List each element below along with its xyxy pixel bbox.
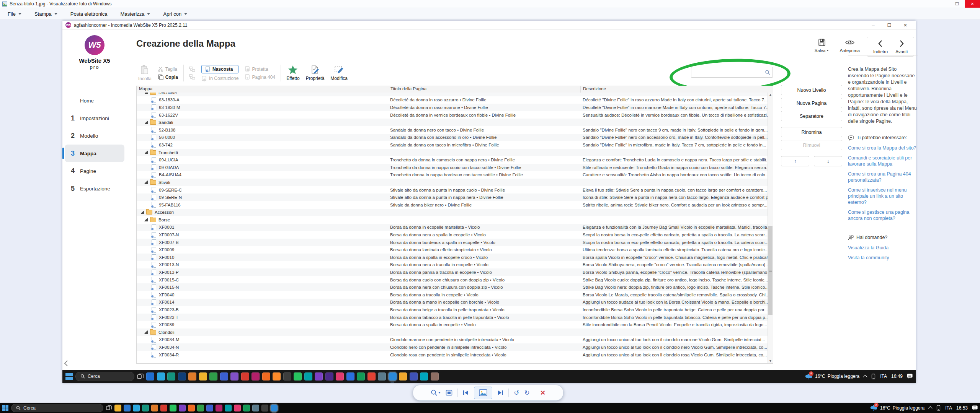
table-row[interactable]: XF0034-R Ciondolo rosa con pendente in s… [137, 351, 768, 359]
notification-center-icon[interactable] [972, 405, 978, 411]
table-row[interactable]: XF0023-T Borsa da donna tabacco a tracol… [137, 314, 768, 321]
previous-button[interactable] [463, 390, 469, 395]
move-up-button[interactable]: ↑ [781, 156, 809, 166]
help-link[interactable]: Visualizza la Guida [848, 245, 918, 251]
taskbar-app-icon[interactable] [133, 405, 140, 411]
close-button[interactable]: ✕ [965, 0, 980, 8]
table-row[interactable]: XF0034-N Ciondolo nero con pendente in s… [137, 343, 768, 351]
new-page-button[interactable]: Nuova Pagina [781, 98, 842, 108]
table-row[interactable]: Borse [137, 216, 768, 224]
scroll-up-icon[interactable]: ▲ [768, 93, 773, 97]
taskbar-app-icon[interactable] [179, 405, 186, 411]
menu-item[interactable]: Stampa [34, 11, 57, 17]
table-row[interactable]: XF0034-M Ciondolo marrone con pendente i… [137, 336, 768, 344]
previous-image-chevron-icon[interactable] [64, 360, 68, 367]
menu-item[interactable]: File [8, 11, 21, 17]
taskbar-app-icon[interactable] [234, 405, 241, 411]
table-row[interactable]: XF0010 Borsa da donna a spalla in ecopel… [137, 254, 768, 261]
column-header-title[interactable]: Titolo della Pagina [388, 86, 581, 93]
expand-arrow-icon[interactable] [144, 151, 148, 154]
taskbar-app-icon[interactable] [431, 372, 439, 380]
help-link[interactable]: Come si gestisce una pagina ancora non c… [848, 209, 918, 221]
table-row[interactable]: XF0015-N Borsa da donna nera con chiusur… [137, 283, 768, 291]
taskbar-app-icon[interactable] [146, 372, 154, 380]
taskbar-app-icon[interactable] [315, 372, 323, 380]
taskbar-app-icon[interactable] [151, 405, 158, 411]
language-indicator[interactable]: ITA [880, 374, 887, 379]
help-link[interactable]: Come si inserisce nel menu principale un… [848, 187, 918, 205]
hidden-icons-chevron[interactable] [928, 406, 933, 410]
taskbar-app-icon[interactable] [197, 405, 204, 411]
table-row[interactable]: 63-1830-A Décolleté da donna in raso azz… [137, 96, 768, 104]
scroll-down-icon[interactable]: ▼ [768, 359, 773, 363]
table-row[interactable]: Décolleté [137, 93, 768, 96]
minimize-button[interactable]: ─ [934, 0, 949, 8]
notification-center-icon[interactable] [907, 374, 913, 379]
table-row[interactable]: Sandali [137, 119, 768, 126]
table-row[interactable]: 09-SERE-C Stivale alto da donna a punta … [137, 186, 768, 194]
table-row[interactable]: 63-1830-M Décolleté da donna in raso mar… [137, 104, 768, 111]
taskbar-app-icon[interactable] [167, 372, 175, 380]
table-row[interactable]: B4-AISHA4 Tronchetto donna in nappa bord… [137, 171, 768, 179]
taskbar-app-icon[interactable] [261, 405, 268, 411]
table-row[interactable]: XF0001 Borsa da donna in ecopelle martel… [137, 224, 768, 231]
column-header-description[interactable]: Descrizione [581, 86, 773, 93]
taskbar-app-icon[interactable] [336, 372, 344, 380]
phone-link-icon[interactable] [936, 405, 941, 411]
table-row[interactable]: 09-GIADA Tronchetto da donna in nappa cu… [137, 164, 768, 171]
table-row[interactable]: XF0040 Borsa da donna a tracolla in ecop… [137, 291, 768, 299]
separator-button[interactable]: Separatore [781, 111, 842, 121]
rotate-left-icon[interactable]: ↺ [514, 389, 519, 397]
table-row[interactable]: XF0023-B Borsa da donna beige a tracolla… [137, 306, 768, 314]
expand-arrow-icon[interactable] [144, 93, 148, 94]
help-link[interactable]: Comandi e scorciatoie utili per lavorare… [848, 155, 918, 167]
menu-item[interactable]: Posta elettronica [70, 11, 108, 17]
table-row[interactable]: 63-742 Sandalo da donna con tacco in mic… [137, 141, 768, 149]
taskbar-app-icon[interactable] [124, 405, 131, 411]
menu-item[interactable]: Masterizza [121, 11, 150, 17]
expand-arrow-icon[interactable] [144, 330, 148, 334]
taskbar-app-icon[interactable] [225, 405, 232, 411]
expand-arrow-icon[interactable] [144, 218, 148, 221]
table-row[interactable]: XF0013-N Borsa da donna nera a tracolla … [137, 261, 768, 269]
move-down-button[interactable]: ↓ [814, 156, 842, 166]
taskbar-app-icon[interactable] [157, 372, 165, 380]
table-row[interactable]: Tronchetti [137, 149, 768, 156]
table-row[interactable]: XF0007-N Borsa da donna nera a spalla in… [137, 231, 768, 239]
taskbar-app-icon[interactable] [188, 405, 195, 411]
taskbar-app-icon[interactable] [389, 372, 397, 380]
table-row[interactable]: 63-1622V Décolleté da donna in vernice b… [137, 111, 768, 119]
new-level-button[interactable]: Nuovo Livello [781, 85, 842, 95]
help-link[interactable]: Visita la community [848, 255, 918, 261]
taskbar-app-icon[interactable] [273, 372, 281, 380]
table-row[interactable]: XF0014 Borsa da donna a mano in ecopelle… [137, 299, 768, 306]
table-row[interactable]: 09-LUCIA Tronchetto da donna in camoscio… [137, 156, 768, 164]
language-indicator[interactable]: ITA [945, 405, 952, 411]
map-search-field[interactable] [691, 67, 773, 78]
taskbar-app-icon[interactable] [420, 372, 428, 380]
taskbar-app-icon[interactable] [114, 405, 121, 411]
rotate-right-icon[interactable]: ↻ [524, 389, 529, 397]
table-row[interactable]: 56-8080 Sandalo da donna con accessorio … [137, 134, 768, 141]
taskbar-app-icon[interactable] [160, 405, 167, 411]
zoom-button[interactable] [431, 389, 441, 396]
task-view-icon[interactable] [106, 405, 112, 411]
next-button[interactable] [497, 390, 503, 395]
table-row[interactable]: Ciondoli [137, 328, 768, 336]
delete-button[interactable]: ✕ [540, 389, 546, 397]
hidden-icons-chevron[interactable] [863, 375, 867, 379]
taskbar-app-icon[interactable] [357, 372, 365, 380]
table-row[interactable]: Stivali [137, 179, 768, 186]
taskbar-app-icon[interactable] [346, 372, 354, 380]
taskbar-app-icon[interactable] [188, 372, 196, 380]
slideshow-button[interactable] [474, 387, 492, 399]
expand-arrow-icon[interactable] [144, 180, 148, 184]
start-button-icon[interactable] [2, 405, 8, 411]
table-row[interactable]: 09-SERE-N Stivale alto da donna a punta … [137, 193, 768, 201]
taskbar-app-icon[interactable] [230, 372, 238, 380]
table-scrollbar[interactable]: ▲ ▼ [768, 93, 773, 363]
table-row[interactable]: Accessori [137, 209, 768, 216]
clock[interactable]: 16:53 [956, 405, 968, 411]
taskbar-app-icon[interactable] [271, 405, 278, 411]
search-input[interactable] [693, 68, 760, 76]
